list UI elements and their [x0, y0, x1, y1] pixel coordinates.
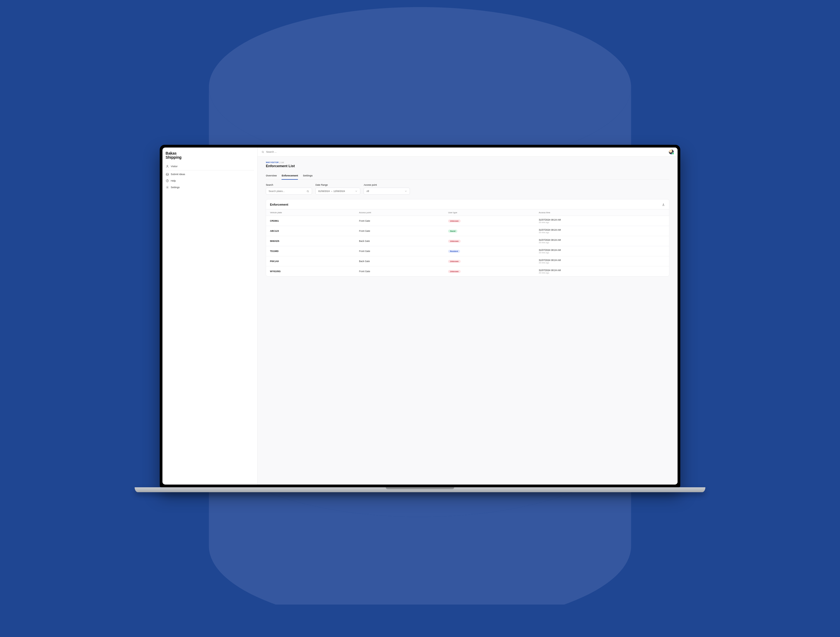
- cell-plate: WY6105G: [266, 266, 355, 277]
- cell-access-time: 31/07/2024 08:24 AM28 mins ago: [535, 216, 669, 226]
- table-row[interactable]: P0K1A9Back GateUnknown31/07/2024 08:24 A…: [266, 256, 669, 266]
- svg-point-5: [167, 182, 167, 182]
- breadcrumb: WAYVISITOR | List: [266, 161, 669, 163]
- date-from: 01/06/2024: [318, 190, 330, 193]
- inbox-icon: [166, 172, 169, 176]
- access-time-relative: 28 mins ago: [539, 272, 666, 274]
- cell-plate: 56WAD5: [266, 236, 355, 246]
- access-time: 31/07/2024 08:24 AM: [539, 269, 666, 272]
- date-to: 12/06/2024: [333, 190, 345, 193]
- cell-plate: TD198D: [266, 246, 355, 256]
- cell-user-type: Unknown: [444, 266, 535, 277]
- sidebar-item-label: Help: [171, 179, 176, 182]
- tab-enforcement[interactable]: Enforecement: [281, 172, 298, 180]
- cell-access-time: 31/07/2024 08:24 AM28 mins ago: [535, 236, 669, 246]
- cell-user-type: Resident: [444, 246, 535, 256]
- sidebar-item-label: Settings: [171, 186, 180, 189]
- access-time: 31/07/2024 08:24 AM: [539, 239, 666, 241]
- svg-point-7: [262, 151, 264, 153]
- search-icon: [261, 150, 264, 153]
- access-time-relative: 28 mins ago: [539, 231, 666, 234]
- chevron-down-icon: [355, 190, 358, 193]
- filter-date-label: Date Range: [315, 183, 360, 186]
- breadcrumb-root[interactable]: WAYVISITOR: [266, 161, 279, 163]
- table-row[interactable]: WY6105GFront GateUnknown31/07/2024 08:24…: [266, 266, 669, 277]
- brand-line2: Shipping: [166, 155, 182, 160]
- table-row[interactable]: 56WAD5Back GateUnknown31/07/2024 08:24 A…: [266, 236, 669, 246]
- filter-search-field[interactable]: [266, 188, 312, 195]
- cell-plate: CRD861: [266, 216, 355, 226]
- cell-user-type: Unknown: [444, 236, 535, 246]
- user-type-badge: Resident: [448, 250, 460, 253]
- user-type-badge: Unknown: [448, 260, 461, 263]
- date-range-field[interactable]: 01/06/2024 → 12/06/2024: [315, 188, 360, 195]
- sidebar-item-settings[interactable]: Settings: [166, 184, 254, 191]
- sidebar-item-visitor[interactable]: Visitor: [166, 163, 254, 170]
- tab-overview[interactable]: Overview: [266, 172, 276, 180]
- svg-point-0: [209, 7, 631, 168]
- filters: Search Date Range: [266, 183, 669, 195]
- search-plates-input[interactable]: [268, 190, 305, 193]
- breadcrumb-sep: |: [279, 161, 280, 163]
- cell-access-point: Front Gate: [355, 226, 444, 236]
- enforcement-card: Enforcement Vehicle plate Access point: [266, 199, 669, 277]
- cell-plate: ABC123: [266, 226, 355, 236]
- access-point-value: All: [366, 190, 369, 193]
- sidebar-item-help[interactable]: Help: [166, 177, 254, 184]
- cell-access-time: 31/07/2024 08:24 AM28 mins ago: [535, 266, 669, 277]
- access-time-relative: 28 mins ago: [539, 252, 666, 254]
- col-time[interactable]: Access time: [535, 209, 669, 216]
- download-icon: [662, 202, 665, 206]
- cell-access-point: Front Gate: [355, 216, 444, 226]
- cell-access-point: Front Gate: [355, 266, 444, 277]
- global-search-input[interactable]: [266, 150, 304, 153]
- table-row[interactable]: ABC123Front GateGuest31/07/2024 08:24 AM…: [266, 226, 669, 236]
- sidebar-item-label: Submit Ideas: [171, 173, 185, 175]
- cell-user-type: Guest: [444, 226, 535, 236]
- access-point-field[interactable]: All: [363, 188, 410, 195]
- filter-access-label: Access point: [363, 183, 410, 186]
- col-access[interactable]: Access point: [355, 209, 444, 216]
- cell-user-type: Unknown: [444, 256, 535, 266]
- tabs: Overview Enforecement Settings: [266, 172, 669, 180]
- user-type-badge: Guest: [448, 229, 457, 232]
- topbar: [257, 147, 677, 156]
- tab-settings[interactable]: Settings: [303, 172, 313, 180]
- filter-search: Search: [266, 183, 312, 195]
- date-arrow: →: [330, 190, 333, 193]
- access-time-relative: 28 mins ago: [539, 262, 666, 264]
- access-time-relative: 28 mins ago: [539, 242, 666, 243]
- sidebar-item-submit-ideas[interactable]: Submit Ideas: [166, 171, 254, 177]
- cell-user-type: Unknown: [444, 216, 535, 226]
- user-type-badge: Unknown: [448, 220, 461, 223]
- cell-access-point: Front Gate: [355, 246, 444, 256]
- filter-access-point: Access point All: [363, 183, 410, 195]
- brand-line1: Bakas: [166, 151, 177, 155]
- filter-search-label: Search: [266, 183, 312, 186]
- sidebar-item-label: Visitor: [171, 165, 178, 168]
- search-icon: [306, 190, 309, 193]
- brand-logo: Bakas Shipping: [166, 151, 254, 159]
- breadcrumb-leaf: List: [281, 161, 284, 163]
- page-title: Enforcement List: [266, 164, 669, 168]
- laptop-mock: Bakas Shipping Visitor Sub: [160, 145, 681, 492]
- cell-access-time: 31/07/2024 08:24 AM28 mins ago: [535, 226, 669, 236]
- avatar[interactable]: [669, 149, 674, 154]
- cell-plate: P0K1A9: [266, 256, 355, 266]
- table-row[interactable]: CRD861Front GateUnknown31/07/2024 08:24 …: [266, 216, 669, 226]
- table-row[interactable]: TD198DFront GateResident31/07/2024 08:24…: [266, 246, 669, 256]
- person-icon: [166, 165, 169, 168]
- download-button[interactable]: [662, 202, 665, 206]
- question-icon: [166, 179, 169, 182]
- access-time-relative: 28 mins ago: [539, 221, 666, 223]
- cell-access-point: Back Gate: [355, 236, 444, 246]
- svg-point-3: [167, 165, 168, 166]
- global-search[interactable]: [261, 150, 304, 153]
- sidebar-separator: [166, 170, 254, 171]
- chevron-down-icon: [404, 190, 407, 193]
- col-user[interactable]: User type: [444, 209, 535, 216]
- user-type-badge: Unknown: [448, 270, 461, 273]
- cell-access-time: 31/07/2024 08:24 AM28 mins ago: [535, 246, 669, 256]
- enforcement-table: Vehicle plate Access point User type Acc…: [266, 209, 669, 276]
- col-plate[interactable]: Vehicle plate: [266, 209, 355, 216]
